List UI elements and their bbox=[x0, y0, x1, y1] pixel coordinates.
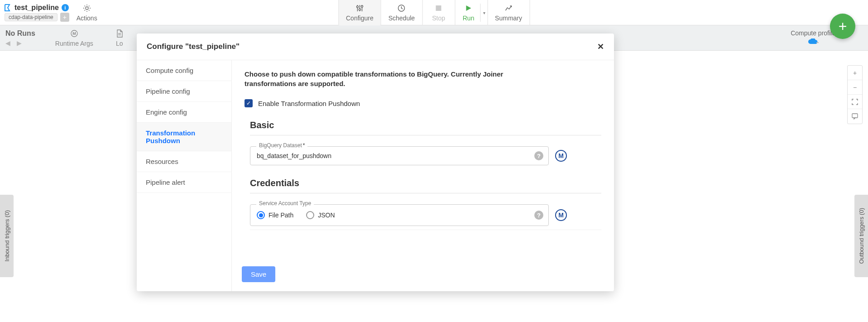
play-icon bbox=[465, 4, 472, 13]
toolbar-right: Actions bbox=[69, 0, 141, 25]
save-button[interactable]: Save bbox=[242, 266, 275, 282]
svg-point-5 bbox=[361, 5, 363, 7]
summary-button[interactable]: Summary bbox=[487, 0, 530, 25]
app-logo-icon bbox=[4, 4, 12, 12]
enable-pushdown-label: Enable Transformation Pushdown bbox=[258, 100, 360, 107]
summary-label: Summary bbox=[495, 14, 522, 22]
fit-screen-button[interactable] bbox=[848, 95, 862, 109]
radio-json-label: JSON bbox=[318, 211, 335, 219]
service-account-label: Service Account Type bbox=[256, 200, 314, 207]
nav-pipeline-alert[interactable]: Pipeline alert bbox=[137, 172, 231, 193]
pipeline-tag[interactable]: cdap-data-pipeline bbox=[5, 13, 58, 21]
service-account-field-row: Service Account Type File Path JSON ? M bbox=[250, 204, 601, 226]
modal-content: Choose to push down compatible transform… bbox=[232, 60, 614, 291]
pushdown-description: Choose to push down compatible transform… bbox=[245, 69, 534, 88]
svg-rect-13 bbox=[816, 42, 819, 43]
stop-label: Stop bbox=[432, 14, 445, 22]
close-icon[interactable]: ✕ bbox=[597, 42, 604, 52]
runs-nav: No Runs ◀ ▶ bbox=[5, 29, 44, 47]
bq-dataset-input[interactable] bbox=[250, 146, 549, 165]
configure-button[interactable]: Configure bbox=[338, 0, 381, 25]
clock-icon bbox=[398, 4, 406, 13]
radio-json-input[interactable] bbox=[306, 211, 314, 219]
svg-rect-7 bbox=[436, 5, 441, 11]
pipeline-info: test_pipeline i cdap-data-pipeline + bbox=[0, 0, 69, 25]
svg-point-8 bbox=[86, 7, 88, 10]
enable-pushdown-checkbox[interactable]: ✓ bbox=[245, 99, 253, 107]
add-fab-button[interactable]: + bbox=[830, 14, 855, 39]
service-account-radio-group: File Path JSON bbox=[250, 204, 549, 226]
credentials-section-title: Credentials bbox=[250, 178, 601, 193]
modal-nav: Compute config Pipeline config Engine co… bbox=[137, 60, 232, 291]
radio-filepath-input[interactable] bbox=[257, 211, 265, 219]
runtime-args-tab[interactable]: M Runtime Args bbox=[44, 29, 104, 47]
nav-pipeline-config[interactable]: Pipeline config bbox=[137, 81, 231, 102]
run-dropdown-caret[interactable]: ▾ bbox=[480, 4, 485, 22]
modal-title: Configure "test_pipeline" bbox=[147, 42, 240, 51]
svg-text:M: M bbox=[72, 31, 76, 36]
actions-button[interactable]: Actions bbox=[69, 1, 105, 24]
gear-icon bbox=[83, 4, 91, 13]
nav-transformation-pushdown[interactable]: Transformation Pushdown bbox=[137, 123, 231, 151]
nav-compute-config[interactable]: Compute config bbox=[137, 60, 231, 81]
macro-icon[interactable]: M bbox=[555, 150, 567, 162]
canvas-controls: + − bbox=[847, 65, 863, 124]
radio-filepath[interactable]: File Path bbox=[257, 211, 293, 219]
pipeline-name: test_pipeline bbox=[14, 4, 59, 12]
prev-run-arrow[interactable]: ◀ bbox=[5, 39, 10, 47]
outbound-triggers-label: Outbound triggers (0) bbox=[858, 208, 865, 264]
schedule-button[interactable]: Schedule bbox=[381, 0, 422, 25]
next-run-arrow[interactable]: ▶ bbox=[17, 39, 22, 47]
actions-label: Actions bbox=[77, 14, 97, 22]
modal-header: Configure "test_pipeline" ✕ bbox=[137, 34, 614, 60]
no-runs-label: No Runs bbox=[5, 29, 35, 38]
run-label: Run bbox=[463, 14, 475, 22]
help-icon[interactable]: ? bbox=[534, 151, 543, 160]
outbound-triggers-tab[interactable]: Outbound triggers (0) bbox=[854, 195, 868, 277]
runtime-args-label: Runtime Args bbox=[55, 40, 93, 47]
macro-circle-icon: M bbox=[70, 29, 79, 38]
add-tag-button[interactable]: + bbox=[60, 13, 69, 22]
logs-label: Lo bbox=[116, 40, 123, 47]
nav-resources[interactable]: Resources bbox=[137, 151, 231, 172]
toolbar-center: Configure Schedule Stop Run ▾ Summary bbox=[338, 0, 530, 25]
compute-profile-label: Compute profile bbox=[791, 29, 835, 37]
basic-section-title: Basic bbox=[250, 120, 601, 135]
cloud-icon bbox=[807, 38, 819, 46]
schedule-label: Schedule bbox=[388, 14, 415, 22]
logs-tab[interactable]: Lo bbox=[104, 29, 135, 47]
zoom-in-button[interactable]: + bbox=[848, 66, 862, 80]
stop-icon bbox=[436, 4, 442, 13]
svg-point-1 bbox=[356, 6, 358, 8]
svg-point-3 bbox=[359, 9, 360, 10]
bq-dataset-field-row: BigQuery Dataset* ? M bbox=[250, 146, 601, 165]
chart-icon bbox=[504, 4, 513, 13]
inbound-triggers-label: Inbound triggers (0) bbox=[4, 210, 10, 261]
bq-dataset-label: BigQuery Dataset* bbox=[256, 142, 307, 149]
configure-label: Configure bbox=[346, 14, 374, 22]
macro-icon[interactable]: M bbox=[555, 209, 567, 221]
stop-button[interactable]: Stop bbox=[422, 0, 455, 25]
enable-pushdown-row: ✓ Enable Transformation Pushdown bbox=[245, 99, 601, 107]
document-icon bbox=[115, 29, 124, 38]
radio-json[interactable]: JSON bbox=[306, 211, 335, 219]
top-toolbar: test_pipeline i cdap-data-pipeline + Con… bbox=[0, 0, 868, 25]
info-icon[interactable]: i bbox=[62, 4, 69, 11]
run-button[interactable]: Run ▾ bbox=[455, 0, 487, 25]
compute-profile[interactable]: Compute profile bbox=[791, 29, 835, 46]
sliders-icon bbox=[355, 4, 364, 13]
nav-engine-config[interactable]: Engine config bbox=[137, 102, 231, 123]
inbound-triggers-tab[interactable]: Inbound triggers (0) bbox=[0, 195, 14, 277]
svg-rect-14 bbox=[852, 114, 858, 118]
comment-button[interactable] bbox=[848, 109, 862, 124]
help-icon[interactable]: ? bbox=[534, 211, 543, 220]
zoom-out-button[interactable]: − bbox=[848, 80, 862, 95]
radio-filepath-label: File Path bbox=[269, 211, 293, 219]
configure-modal: Configure "test_pipeline" ✕ Compute conf… bbox=[137, 34, 614, 291]
